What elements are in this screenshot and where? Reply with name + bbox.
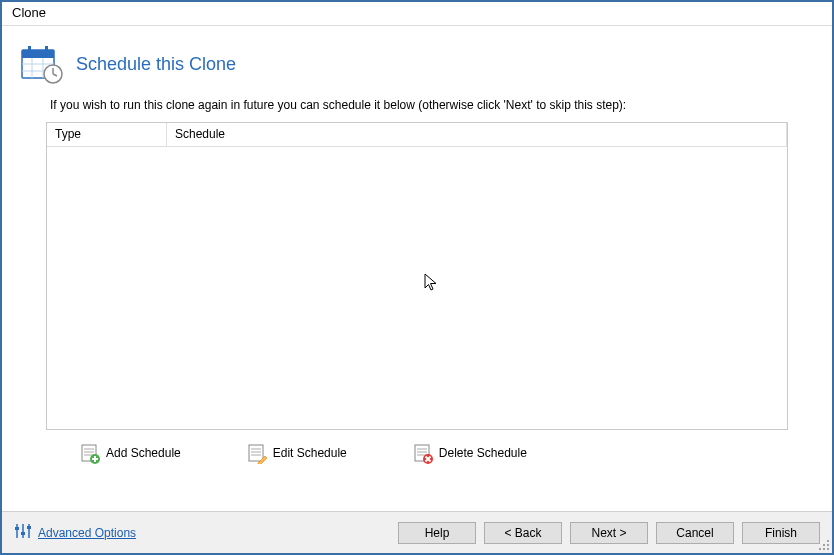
svg-rect-2 (28, 46, 31, 54)
svg-point-40 (827, 548, 829, 550)
sliders-icon (14, 522, 32, 543)
column-header-schedule[interactable]: Schedule (167, 123, 787, 146)
svg-rect-1 (22, 50, 54, 58)
svg-point-39 (823, 548, 825, 550)
svg-point-37 (827, 544, 829, 546)
svg-rect-18 (249, 445, 263, 461)
column-header-type[interactable]: Type (47, 123, 167, 146)
edit-schedule-icon (247, 442, 267, 464)
window-titlebar: Clone (2, 2, 832, 26)
back-button[interactable]: < Back (484, 522, 562, 544)
add-schedule-button[interactable]: Add Schedule (76, 440, 185, 466)
svg-rect-3 (45, 46, 48, 54)
svg-point-38 (819, 548, 821, 550)
help-button[interactable]: Help (398, 522, 476, 544)
add-schedule-label: Add Schedule (106, 446, 181, 460)
bottom-bar: Advanced Options Help < Back Next > Canc… (2, 511, 832, 553)
svg-rect-32 (15, 527, 19, 530)
svg-point-35 (827, 540, 829, 542)
cancel-button[interactable]: Cancel (656, 522, 734, 544)
finish-button[interactable]: Finish (742, 522, 820, 544)
add-schedule-icon (80, 442, 100, 464)
advanced-options-link[interactable]: Advanced Options (38, 526, 136, 540)
table-header-row: Type Schedule (47, 123, 787, 147)
svg-point-36 (823, 544, 825, 546)
resize-grip-icon[interactable] (816, 537, 830, 551)
window-title: Clone (12, 5, 46, 20)
page-heading: Schedule this Clone (76, 54, 236, 75)
schedule-table[interactable]: Type Schedule (46, 122, 788, 430)
edit-schedule-label: Edit Schedule (273, 446, 347, 460)
delete-schedule-button[interactable]: Delete Schedule (409, 440, 531, 466)
svg-rect-33 (21, 532, 25, 535)
next-button[interactable]: Next > (570, 522, 648, 544)
svg-rect-34 (27, 526, 31, 529)
calendar-clock-icon (20, 44, 64, 84)
edit-schedule-button[interactable]: Edit Schedule (243, 440, 351, 466)
intro-text: If you wish to run this clone again in f… (50, 98, 784, 112)
delete-schedule-icon (413, 442, 433, 464)
delete-schedule-label: Delete Schedule (439, 446, 527, 460)
